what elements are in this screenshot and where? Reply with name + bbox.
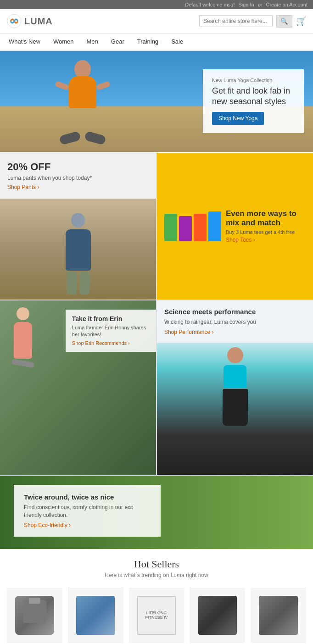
nav-gear[interactable]: Gear: [109, 33, 126, 50]
product-img-backpack: [7, 588, 62, 643]
promo-eco-card: Twice around, twice as nice Find conscie…: [0, 476, 313, 549]
logo-icon: [7, 14, 22, 28]
search-button[interactable]: 🔍: [276, 15, 292, 28]
signin-link[interactable]: Sign In: [238, 2, 254, 7]
hoodie-image: [198, 596, 237, 635]
or-text: or: [258, 2, 263, 7]
logo-text: LUMA: [24, 16, 53, 27]
promo-eco-cta[interactable]: Shop Eco-friendly ›: [24, 522, 71, 528]
tee-green: [164, 214, 177, 241]
book-image: LIFELONG FITNESS IV: [137, 596, 176, 635]
promo-20off-title: 20% OFF: [7, 161, 149, 173]
nav-whats-new[interactable]: What's New: [7, 33, 42, 50]
promo-science-desc: Wicking to raingear, Luma covers you: [164, 318, 306, 326]
nav-women[interactable]: Women: [51, 33, 76, 50]
promo-erin-cta[interactable]: Shop Erin Recommends ›: [72, 340, 130, 346]
hero-cta-button[interactable]: Shop New Yoga: [212, 112, 264, 125]
promo-mix-text: Even more ways to mix and match Buy 3 Lu…: [226, 209, 306, 244]
nav-training[interactable]: Training: [135, 33, 160, 50]
tee-blue: [208, 211, 221, 241]
product-img-tank: [251, 588, 306, 643]
product-card-book: LIFELONG FITNESS IV LifeLong Fitness IV …: [129, 588, 184, 644]
tee-purple: [179, 216, 192, 241]
hero-banner: New Luma Yoga Collection Get fit and loo…: [0, 51, 313, 152]
hot-sellers-subtitle: Here is what´s trending on Luma right no…: [7, 572, 306, 578]
nav-men[interactable]: Men: [85, 33, 100, 50]
nav-sale[interactable]: Sale: [169, 33, 185, 50]
promo-science-cta[interactable]: Shop Performance ›: [164, 329, 213, 335]
promo-erin-title: Take it from Erin: [72, 315, 150, 322]
promo-mix-desc: Buy 3 Luma tees get a 4th free: [226, 229, 306, 235]
products-grid-row1: Fusion Backpack $59.00 Add to Cart ♡ ⊞ P…: [7, 588, 306, 644]
product-img-book: LIFELONG FITNESS IV: [129, 588, 184, 643]
promo-erin-text: Take it from Erin Luma founder Erin Ronn…: [66, 310, 156, 352]
tees-image: [164, 211, 221, 241]
promo-erin-desc: Luma founder Erin Ronny shares her favor…: [72, 324, 150, 339]
search-input[interactable]: [199, 15, 273, 27]
promo-science-title: Science meets performance: [164, 308, 306, 316]
promo-science-card: Science meets performance Wicking to rai…: [157, 300, 313, 475]
product-card-backpack: Fusion Backpack $59.00 Add to Cart ♡ ⊞: [7, 588, 62, 644]
main-nav: What's New Women Men Gear Training Sale: [0, 33, 313, 51]
promo-20off-desc: Luma pants when you shop today*: [7, 175, 149, 181]
header-right: 🔍 🛒: [199, 15, 306, 28]
cart-icon[interactable]: 🛒: [296, 16, 306, 26]
tee-orange: [194, 214, 207, 241]
logo[interactable]: LUMA: [7, 14, 199, 28]
bag-image: [76, 596, 115, 635]
hero-title: Get fit and look fab in new seasonal sty…: [212, 86, 295, 107]
product-img-hoodie: [190, 588, 245, 643]
header: LUMA 🔍 🛒: [0, 9, 313, 33]
create-account-link[interactable]: Create an Account: [266, 2, 307, 7]
promo-erin-card: Take it from Erin Luma founder Erin Ronn…: [0, 300, 156, 475]
promo-mix-cta[interactable]: Shop Tees ›: [226, 237, 255, 243]
tank-image: [259, 596, 298, 635]
promo-science-text: Science meets performance Wicking to rai…: [157, 300, 313, 343]
backpack-image: [15, 596, 54, 635]
product-card-hoodie: Hero Hoodie $54.00 Add to Cart ♡ ⊞: [190, 588, 245, 644]
top-bar: Default welcome msg! Sign In or Create a…: [0, 0, 313, 9]
promo-20off-text: 20% OFF Luma pants when you shop today* …: [0, 153, 156, 199]
promo-eco-text: Twice around, twice as nice Find conscie…: [14, 485, 161, 537]
hero-subtitle: New Luma Yoga Collection: [212, 78, 295, 83]
promo-eco-title: Twice around, twice as nice: [24, 493, 151, 501]
product-card-bag: Push It Messenger Bag $45.00 Add to Cart…: [68, 588, 123, 644]
hero-info-box: New Luma Yoga Collection Get fit and loo…: [203, 69, 304, 133]
promo-mix-card: Even more ways to mix and match Buy 3 Lu…: [157, 153, 313, 300]
promo-mix-title: Even more ways to mix and match: [226, 209, 306, 228]
hot-sellers-section: Hot Sellers Here is what´s trending on L…: [0, 549, 313, 644]
product-img-bag: [68, 588, 123, 643]
promo-eco-desc: Find conscientious, comfy clothing in ou…: [24, 504, 151, 519]
welcome-msg: Default welcome msg!: [185, 2, 235, 7]
promo-20off-card: 20% OFF Luma pants when you shop today* …: [0, 153, 156, 300]
product-card-tank: Argus All-Weather Tank $22.00 Add to Car…: [251, 588, 306, 644]
promo-20off-cta[interactable]: Shop Pants ›: [7, 184, 39, 190]
hot-sellers-title: Hot Sellers: [7, 558, 306, 570]
